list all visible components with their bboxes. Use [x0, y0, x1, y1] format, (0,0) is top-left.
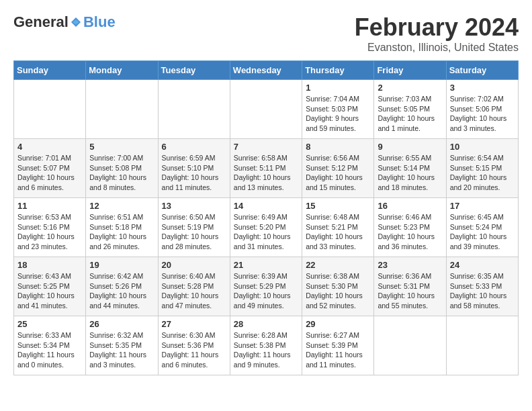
logo-general-text: General	[13, 13, 69, 31]
calendar-cell	[86, 80, 158, 139]
calendar-cell: 24Sunrise: 6:35 AMSunset: 5:33 PMDayligh…	[446, 257, 518, 316]
calendar-cell: 16Sunrise: 6:46 AMSunset: 5:23 PMDayligh…	[374, 198, 446, 257]
day-info: Sunrise: 6:56 AMSunset: 5:12 PMDaylight:…	[306, 153, 370, 193]
day-number: 17	[450, 201, 515, 211]
day-info: Sunrise: 6:28 AMSunset: 5:38 PMDaylight:…	[234, 330, 298, 370]
day-number: 18	[17, 260, 82, 270]
day-number: 11	[17, 201, 82, 211]
day-header-thursday: Thursday	[302, 61, 374, 80]
day-number: 24	[450, 260, 515, 270]
day-number: 26	[89, 319, 154, 329]
calendar-cell: 6Sunrise: 6:59 AMSunset: 5:10 PMDaylight…	[158, 139, 230, 198]
week-row: 11Sunrise: 6:53 AMSunset: 5:16 PMDayligh…	[14, 198, 519, 257]
day-info: Sunrise: 6:46 AMSunset: 5:23 PMDaylight:…	[378, 212, 442, 252]
calendar-cell	[158, 80, 230, 139]
day-info: Sunrise: 7:02 AMSunset: 5:06 PMDaylight:…	[450, 94, 515, 134]
day-info: Sunrise: 6:35 AMSunset: 5:33 PMDaylight:…	[450, 271, 515, 311]
day-info: Sunrise: 6:53 AMSunset: 5:16 PMDaylight:…	[17, 212, 82, 252]
day-info: Sunrise: 6:51 AMSunset: 5:18 PMDaylight:…	[89, 212, 154, 252]
day-header-sunday: Sunday	[14, 61, 86, 80]
day-info: Sunrise: 6:58 AMSunset: 5:11 PMDaylight:…	[234, 153, 298, 193]
day-number: 13	[162, 201, 226, 211]
day-number: 22	[306, 260, 370, 270]
day-header-saturday: Saturday	[446, 61, 518, 80]
calendar-cell: 2Sunrise: 7:03 AMSunset: 5:05 PMDaylight…	[374, 80, 446, 139]
day-number: 15	[306, 201, 370, 211]
day-number: 5	[89, 142, 154, 152]
calendar-cell: 22Sunrise: 6:38 AMSunset: 5:30 PMDayligh…	[302, 257, 374, 316]
calendar-cell: 17Sunrise: 6:45 AMSunset: 5:24 PMDayligh…	[446, 198, 518, 257]
day-number: 21	[234, 260, 298, 270]
header: General Blue February 2024 Evanston, Ill…	[13, 13, 519, 54]
logo: General Blue	[13, 13, 116, 31]
calendar-cell: 19Sunrise: 6:42 AMSunset: 5:26 PMDayligh…	[86, 257, 158, 316]
day-info: Sunrise: 6:42 AMSunset: 5:26 PMDaylight:…	[89, 271, 154, 311]
day-number: 19	[89, 260, 154, 270]
day-number: 2	[378, 83, 442, 93]
calendar-cell: 9Sunrise: 6:55 AMSunset: 5:14 PMDaylight…	[374, 139, 446, 198]
calendar-cell: 4Sunrise: 7:01 AMSunset: 5:07 PMDaylight…	[14, 139, 86, 198]
day-number: 28	[234, 319, 298, 329]
calendar-cell: 18Sunrise: 6:43 AMSunset: 5:25 PMDayligh…	[14, 257, 86, 316]
week-row: 1Sunrise: 7:04 AMSunset: 5:03 PMDaylight…	[14, 80, 519, 139]
calendar-cell: 26Sunrise: 6:32 AMSunset: 5:35 PMDayligh…	[86, 316, 158, 375]
day-number: 14	[234, 201, 298, 211]
calendar-cell	[230, 80, 302, 139]
day-number: 9	[378, 142, 442, 152]
title-area: February 2024 Evanston, Illinois, United…	[355, 13, 519, 54]
day-number: 4	[17, 142, 82, 152]
day-number: 10	[450, 142, 515, 152]
week-row: 25Sunrise: 6:33 AMSunset: 5:34 PMDayligh…	[14, 316, 519, 375]
day-info: Sunrise: 6:39 AMSunset: 5:29 PMDaylight:…	[234, 271, 298, 311]
calendar-cell: 14Sunrise: 6:49 AMSunset: 5:20 PMDayligh…	[230, 198, 302, 257]
day-info: Sunrise: 6:33 AMSunset: 5:34 PMDaylight:…	[17, 330, 82, 370]
day-info: Sunrise: 7:00 AMSunset: 5:08 PMDaylight:…	[89, 153, 154, 193]
day-info: Sunrise: 6:36 AMSunset: 5:31 PMDaylight:…	[378, 271, 442, 311]
calendar-cell	[14, 80, 86, 139]
day-header-monday: Monday	[86, 61, 158, 80]
calendar-cell: 12Sunrise: 6:51 AMSunset: 5:18 PMDayligh…	[86, 198, 158, 257]
day-header-friday: Friday	[374, 61, 446, 80]
calendar-cell	[374, 316, 446, 375]
calendar-cell: 20Sunrise: 6:40 AMSunset: 5:28 PMDayligh…	[158, 257, 230, 316]
day-number: 23	[378, 260, 442, 270]
day-number: 16	[378, 201, 442, 211]
day-number: 6	[162, 142, 226, 152]
day-number: 7	[234, 142, 298, 152]
day-info: Sunrise: 6:27 AMSunset: 5:39 PMDaylight:…	[306, 330, 370, 370]
day-info: Sunrise: 6:45 AMSunset: 5:24 PMDaylight:…	[450, 212, 515, 252]
calendar-cell: 5Sunrise: 7:00 AMSunset: 5:08 PMDaylight…	[86, 139, 158, 198]
day-info: Sunrise: 6:38 AMSunset: 5:30 PMDaylight:…	[306, 271, 370, 311]
day-info: Sunrise: 6:55 AMSunset: 5:14 PMDaylight:…	[378, 153, 442, 193]
day-info: Sunrise: 6:32 AMSunset: 5:35 PMDaylight:…	[89, 330, 154, 370]
logo-icon	[70, 16, 82, 28]
day-number: 1	[306, 83, 370, 93]
day-info: Sunrise: 6:54 AMSunset: 5:15 PMDaylight:…	[450, 153, 515, 193]
week-row: 4Sunrise: 7:01 AMSunset: 5:07 PMDaylight…	[14, 139, 519, 198]
calendar-table: SundayMondayTuesdayWednesdayThursdayFrid…	[13, 60, 519, 375]
calendar-cell: 1Sunrise: 7:04 AMSunset: 5:03 PMDaylight…	[302, 80, 374, 139]
calendar-cell: 10Sunrise: 6:54 AMSunset: 5:15 PMDayligh…	[446, 139, 518, 198]
day-number: 25	[17, 319, 82, 329]
day-number: 29	[306, 319, 370, 329]
header-row: SundayMondayTuesdayWednesdayThursdayFrid…	[14, 61, 519, 80]
day-info: Sunrise: 6:49 AMSunset: 5:20 PMDaylight:…	[234, 212, 298, 252]
day-info: Sunrise: 6:50 AMSunset: 5:19 PMDaylight:…	[162, 212, 226, 252]
calendar-cell: 29Sunrise: 6:27 AMSunset: 5:39 PMDayligh…	[302, 316, 374, 375]
day-info: Sunrise: 6:43 AMSunset: 5:25 PMDaylight:…	[17, 271, 82, 311]
calendar-cell: 13Sunrise: 6:50 AMSunset: 5:19 PMDayligh…	[158, 198, 230, 257]
day-info: Sunrise: 6:59 AMSunset: 5:10 PMDaylight:…	[162, 153, 226, 193]
calendar-cell: 21Sunrise: 6:39 AMSunset: 5:29 PMDayligh…	[230, 257, 302, 316]
day-info: Sunrise: 7:01 AMSunset: 5:07 PMDaylight:…	[17, 153, 82, 193]
calendar-subtitle: Evanston, Illinois, United States	[355, 42, 519, 54]
calendar-cell: 27Sunrise: 6:30 AMSunset: 5:36 PMDayligh…	[158, 316, 230, 375]
calendar-cell: 7Sunrise: 6:58 AMSunset: 5:11 PMDaylight…	[230, 139, 302, 198]
calendar-cell: 11Sunrise: 6:53 AMSunset: 5:16 PMDayligh…	[14, 198, 86, 257]
week-row: 18Sunrise: 6:43 AMSunset: 5:25 PMDayligh…	[14, 257, 519, 316]
calendar-cell: 3Sunrise: 7:02 AMSunset: 5:06 PMDaylight…	[446, 80, 518, 139]
day-info: Sunrise: 6:30 AMSunset: 5:36 PMDaylight:…	[162, 330, 226, 370]
logo-blue-text: Blue	[83, 13, 116, 31]
day-number: 8	[306, 142, 370, 152]
day-header-wednesday: Wednesday	[230, 61, 302, 80]
day-number: 3	[450, 83, 515, 93]
